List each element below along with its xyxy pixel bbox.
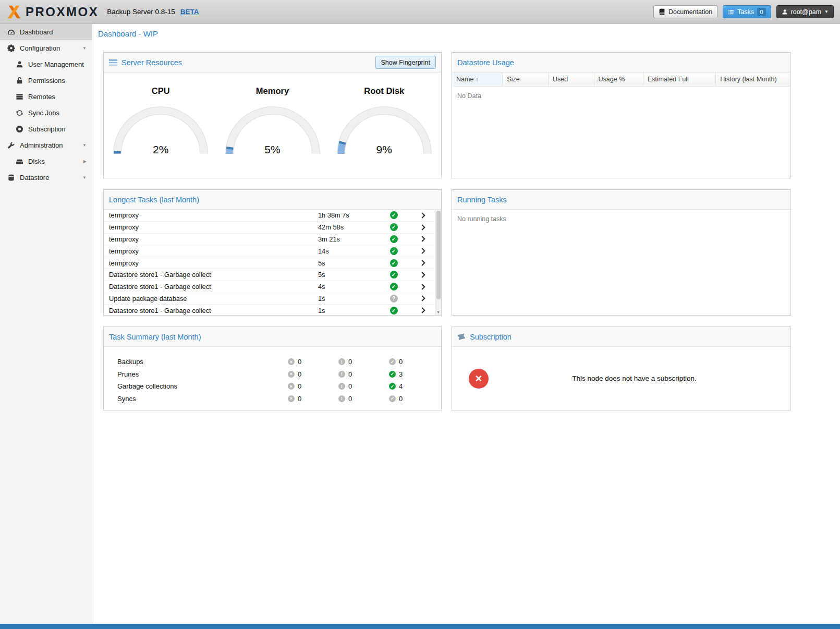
running-tasks-panel: Running Tasks No running tasks	[452, 189, 791, 316]
ok-cell: ✓3	[389, 370, 440, 378]
error-count: 0	[298, 382, 301, 390]
warning-cell: !0	[338, 382, 389, 390]
running-tasks-header: Running Tasks	[452, 190, 790, 210]
sidebar-item-permissions[interactable]: Permissions	[0, 72, 92, 89]
sidebar-item-user-management[interactable]: User Management	[0, 56, 92, 72]
beta-link[interactable]: BETA	[180, 8, 199, 16]
subscription-body: × This node does not have a subscription…	[452, 347, 790, 410]
task-name: termproxy	[109, 259, 318, 267]
chevron-down-icon[interactable]: ▼	[82, 143, 87, 148]
summary-label: Backups	[117, 358, 288, 366]
sidebar-item-remotes[interactable]: Remotes	[0, 89, 92, 105]
chevron-right-icon[interactable]	[411, 271, 435, 279]
ok-icon: ✓	[389, 371, 396, 378]
column-header-estimated-full[interactable]: Estimated Full	[643, 72, 716, 86]
task-row[interactable]: termproxy3m 21s✓	[104, 234, 435, 246]
task-row[interactable]: termproxy5s✓	[104, 257, 435, 269]
column-header-history-last-month[interactable]: History (last Month)	[716, 72, 790, 86]
dashboard-grid: Server Resources Show Fingerprint CPU2%M…	[103, 52, 791, 410]
task-duration: 1s	[318, 307, 376, 314]
ticket-icon	[457, 333, 466, 341]
ok-cell: ✓4	[389, 382, 440, 390]
sidebar-item-disks[interactable]: Disks▶	[0, 153, 92, 170]
task-duration: 5s	[318, 271, 376, 279]
column-label: Name	[456, 76, 473, 83]
user-menu-button[interactable]: root@pam ▼	[776, 5, 834, 18]
sidebar-item-administration[interactable]: Administration▼	[0, 137, 92, 153]
longest-tasks-rows: termproxy1h 38m 7s✓termproxy42m 58s✓term…	[104, 210, 435, 315]
error-icon: ×	[288, 383, 295, 390]
chevron-right-icon[interactable]	[411, 224, 435, 231]
panel-title: Running Tasks	[457, 196, 507, 204]
ok-icon: ✓	[389, 383, 396, 390]
task-duration: 42m 58s	[318, 223, 376, 231]
chevron-right-icon[interactable]	[411, 212, 435, 219]
scrollbar-thumb[interactable]	[436, 211, 441, 299]
task-name: termproxy	[109, 223, 318, 231]
datastore-usage-panel: Datastore Usage Name↑SizeUsedUsage %Esti…	[452, 52, 791, 178]
summary-label: Prunes	[117, 370, 288, 378]
task-row[interactable]: Datastore store1 - Garbage collect5s✓	[104, 269, 435, 281]
proxmox-x-icon	[6, 4, 22, 20]
user-icon	[782, 9, 788, 15]
sidebar-item-configuration[interactable]: Configuration▼	[0, 40, 92, 56]
sidebar-item-sync-jobs[interactable]: Sync Jobs	[0, 105, 92, 121]
panel-title: Task Summary (last Month)	[109, 333, 201, 341]
task-summary-panel: Task Summary (last Month) Backups×0!0✓0P…	[103, 326, 442, 410]
wrench-icon	[7, 141, 15, 149]
show-fingerprint-button[interactable]: Show Fingerprint	[375, 56, 436, 69]
task-row[interactable]: termproxy42m 58s✓	[104, 222, 435, 234]
chevron-down-icon[interactable]: ▼	[82, 175, 87, 180]
sort-asc-icon: ↑	[476, 76, 479, 82]
chevron-right-icon[interactable]	[411, 259, 435, 267]
chevron-right-icon[interactable]	[411, 247, 435, 255]
longest-tasks-header: Longest Tasks (last Month)	[104, 190, 441, 210]
column-header-size[interactable]: Size	[503, 72, 549, 86]
sidebar-item-dashboard[interactable]: Dashboard	[0, 24, 92, 40]
task-name: Datastore store1 - Garbage collect	[109, 271, 318, 279]
chevron-down-icon[interactable]: ▼	[82, 46, 87, 51]
panel-title: Server Resources	[121, 58, 182, 67]
column-header-name[interactable]: Name↑	[452, 72, 503, 86]
summary-row-prunes: Prunes×0!0✓3	[117, 368, 441, 381]
chevron-right-icon[interactable]	[411, 283, 435, 291]
chevron-right-icon[interactable]	[411, 307, 435, 314]
task-row[interactable]: termproxy1h 38m 7s✓	[104, 210, 435, 222]
sidebar-item-label: Remotes	[28, 93, 55, 101]
column-header-used[interactable]: Used	[549, 72, 594, 86]
column-header-usage[interactable]: Usage %	[594, 72, 643, 86]
warning-icon: !	[338, 358, 345, 365]
task-row[interactable]: termproxy14s✓	[104, 245, 435, 257]
ok-count: 0	[399, 395, 403, 403]
sidebar-item-subscription[interactable]: Subscription	[0, 121, 92, 137]
sidebar-item-label: User Management	[28, 61, 84, 68]
tasks-button[interactable]: Tasks 0	[723, 5, 771, 18]
task-duration: 14s	[318, 247, 376, 255]
task-row[interactable]: Update package database1s?	[104, 293, 435, 305]
sidebar-item-label: Sync Jobs	[28, 109, 59, 117]
documentation-button[interactable]: Documentation	[653, 5, 717, 18]
chevron-right-icon[interactable]	[411, 295, 435, 302]
chevron-right-icon[interactable]: ▶	[83, 159, 87, 164]
sidebar-item-datastore[interactable]: Datastore▼	[0, 170, 92, 186]
task-duration: 4s	[318, 283, 376, 291]
error-icon: ×	[288, 358, 295, 365]
support-icon	[15, 125, 23, 133]
status-ok-icon: ✓	[390, 307, 398, 314]
column-label: Used	[553, 76, 568, 83]
task-list-icon	[728, 9, 734, 15]
task-summary-rows: Backups×0!0✓0Prunes×0!0✓3Garbage collect…	[104, 347, 441, 410]
column-label: Estimated Full	[648, 76, 689, 83]
cogs-icon	[7, 44, 15, 52]
top-header: PROXMOX Backup Server 0.8-15 BETA Docume…	[0, 0, 840, 24]
ok-icon: ✓	[389, 358, 396, 365]
datastore-usage-header: Datastore Usage	[452, 53, 790, 72]
chevron-right-icon[interactable]	[411, 235, 435, 243]
scrollbar[interactable]: ▼	[435, 210, 441, 315]
task-row[interactable]: Datastore store1 - Garbage collect1s✓	[104, 305, 435, 315]
task-row[interactable]: Datastore store1 - Garbage collect4s✓	[104, 281, 435, 293]
error-icon: ×	[288, 371, 295, 378]
error-cell: ×0	[288, 358, 338, 366]
scrollbar-down-arrow-icon[interactable]: ▼	[435, 309, 441, 315]
longest-tasks-panel: Longest Tasks (last Month) termproxy1h 3…	[103, 189, 442, 316]
